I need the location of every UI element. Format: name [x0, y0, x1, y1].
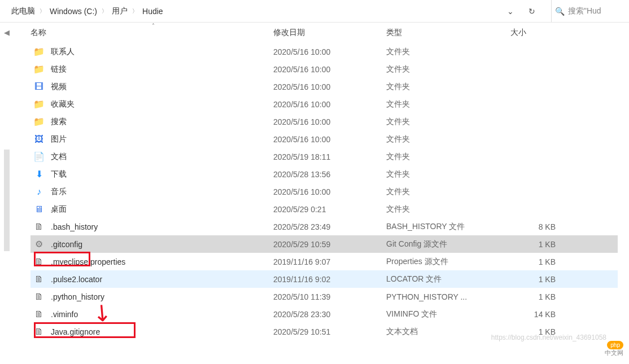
file-type: PYTHON_HISTORY ... — [386, 292, 510, 301]
file-name: .myeclipse.properties — [51, 257, 125, 266]
file-name: .bash_history — [51, 222, 98, 231]
file-date: 2019/11/16 9:02 — [273, 275, 386, 284]
file-type: 文件夹 — [386, 204, 510, 214]
watermark: https://blog.csdn.net/weixin_43691058 — [491, 334, 606, 341]
file-row[interactable]: ♪音乐2020/5/16 10:00文件夹 — [30, 183, 618, 200]
file-date: 2020/5/29 10:59 — [273, 240, 386, 249]
file-name: 收藏夹 — [51, 99, 75, 109]
breadcrumb-item[interactable]: Windows (C:) — [47, 6, 99, 17]
file-size: 1 KB — [510, 292, 567, 301]
file-date: 2020/5/16 10:00 — [273, 187, 386, 196]
file-type: 文件夹 — [386, 134, 510, 144]
file-date: 2019/11/16 9:07 — [273, 257, 386, 266]
file-row[interactable]: 📄文档2020/5/19 18:11文件夹 — [30, 148, 618, 165]
file-type: VIMINFO 文件 — [386, 309, 510, 319]
file-type: 文件夹 — [386, 82, 510, 92]
file-date: 2020/5/29 10:51 — [273, 327, 386, 336]
file-type: Properties 源文件 — [386, 257, 510, 267]
file-type: 文件夹 — [386, 47, 510, 57]
file-name: .pulse2.locator — [51, 275, 102, 284]
file-row[interactable]: 🗎.python_history2020/5/10 11:39PYTHON_HI… — [30, 288, 618, 305]
file-name: 联系人 — [51, 47, 75, 57]
file-size: 1 KB — [510, 275, 567, 284]
file-date: 2020/5/28 23:30 — [273, 310, 386, 319]
file-name: 桌面 — [51, 204, 67, 214]
file-row[interactable]: 📁链接2020/5/16 10:00文件夹 — [30, 60, 618, 78]
file-name: Java.gitignore — [51, 327, 100, 336]
file-name: 搜索 — [51, 117, 67, 127]
refresh-button[interactable]: ↻ — [524, 3, 540, 19]
file-size: 1 KB — [510, 240, 567, 249]
file-name: 图片 — [51, 134, 67, 144]
file-row[interactable]: 📁搜索2020/5/16 10:00文件夹 — [30, 113, 618, 130]
file-date: 2020/5/16 10:00 — [273, 65, 386, 74]
file-row[interactable]: 🖼图片2020/5/16 10:00文件夹 — [30, 130, 618, 148]
file-date: 2020/5/28 13:56 — [273, 170, 386, 179]
file-name: 链接 — [51, 64, 67, 74]
file-date: 2020/5/16 10:00 — [273, 117, 386, 126]
php-badge: php — [607, 341, 623, 349]
file-type: Git Config 源文件 — [386, 239, 510, 249]
address-bar: 此电脑 〉 Windows (C:) 〉 用户 〉 Hudie ⌄ ↻ 🔍 搜索… — [0, 0, 629, 23]
file-type: 文件夹 — [386, 169, 510, 179]
file-name: 视频 — [51, 82, 67, 92]
file-date: 2020/5/19 18:11 — [273, 152, 386, 161]
file-size: 14 KB — [510, 310, 567, 319]
file-type: 文件夹 — [386, 187, 510, 197]
chevron-right-icon[interactable]: 〉 — [102, 7, 107, 15]
breadcrumb: 此电脑 〉 Windows (C:) 〉 用户 〉 Hudie — [5, 5, 497, 17]
file-row[interactable]: 📁联系人2020/5/16 10:00文件夹 — [30, 43, 618, 60]
file-name: 文档 — [51, 152, 67, 162]
file-type: 文件夹 — [386, 152, 510, 162]
file-date: 2020/5/16 10:00 — [273, 135, 386, 144]
column-headers: ˄ 名称 修改日期 类型 大小 — [30, 23, 618, 43]
file-type: 文件夹 — [386, 99, 510, 109]
search-placeholder: 搜索"Hud — [568, 6, 601, 16]
chevron-right-icon[interactable]: 〉 — [40, 7, 45, 15]
header-date[interactable]: 修改日期 — [273, 28, 386, 38]
file-date: 2020/5/29 0:21 — [273, 205, 386, 214]
file-row[interactable]: 🖥桌面2020/5/29 0:21文件夹 — [30, 200, 618, 218]
file-name: 音乐 — [51, 187, 67, 197]
file-date: 2020/5/28 23:49 — [273, 222, 386, 231]
file-row[interactable]: ⚙.gitconfig2020/5/29 10:59Git Config 源文件… — [30, 235, 618, 253]
file-size: 8 KB — [510, 222, 567, 231]
file-row[interactable]: 🗎.myeclipse.properties2019/11/16 9:07Pro… — [30, 253, 618, 270]
scrollbar[interactable] — [4, 150, 10, 251]
sort-indicator-icon: ˄ — [152, 23, 155, 29]
search-box[interactable]: 🔍 搜索"Hud — [551, 0, 624, 22]
header-name[interactable]: 名称 — [30, 28, 273, 38]
file-name: 下载 — [51, 169, 67, 179]
file-row[interactable]: ⬇下载2020/5/28 13:56文件夹 — [30, 165, 618, 183]
breadcrumb-item[interactable]: Hudie — [140, 6, 165, 17]
file-row[interactable]: 📁收藏夹2020/5/16 10:00文件夹 — [30, 95, 618, 113]
nav-gutter: ◀ — [0, 23, 14, 364]
file-date: 2020/5/16 10:00 — [273, 82, 386, 91]
header-size[interactable]: 大小 — [510, 28, 567, 38]
file-type: LOCATOR 文件 — [386, 274, 510, 284]
file-date: 2020/5/16 10:00 — [273, 47, 386, 56]
file-row[interactable]: 🗎.bash_history2020/5/28 23:49BASH_HISTOR… — [30, 218, 618, 235]
dropdown-button[interactable]: ⌄ — [503, 3, 518, 19]
file-type: 文件夹 — [386, 117, 510, 127]
file-row[interactable]: 🗎.pulse2.locator2019/11/16 9:02LOCATOR 文… — [30, 270, 618, 288]
chevron-right-icon[interactable]: 〉 — [132, 7, 138, 15]
breadcrumb-item[interactable]: 此电脑 — [9, 5, 37, 17]
file-name: .gitconfig — [51, 240, 82, 249]
file-rows: 📁联系人2020/5/16 10:00文件夹📁链接2020/5/16 10:00… — [30, 43, 618, 340]
search-icon: 🔍 — [555, 7, 565, 16]
header-type[interactable]: 类型 — [386, 28, 510, 38]
php-cn-text: 中文网 — [605, 349, 623, 357]
file-date: 2020/5/16 10:00 — [273, 100, 386, 109]
file-row[interactable]: 🎞视频2020/5/16 10:00文件夹 — [30, 78, 618, 95]
file-size: 1 KB — [510, 257, 567, 266]
collapse-arrow-icon[interactable]: ◀ — [4, 28, 10, 37]
file-date: 2020/5/10 11:39 — [273, 292, 386, 301]
breadcrumb-item[interactable]: 用户 — [110, 5, 130, 17]
file-type: 文件夹 — [386, 64, 510, 74]
file-name: .python_history — [51, 292, 104, 301]
file-name: .viminfo — [51, 310, 78, 319]
file-type: BASH_HISTORY 文件 — [386, 222, 510, 232]
